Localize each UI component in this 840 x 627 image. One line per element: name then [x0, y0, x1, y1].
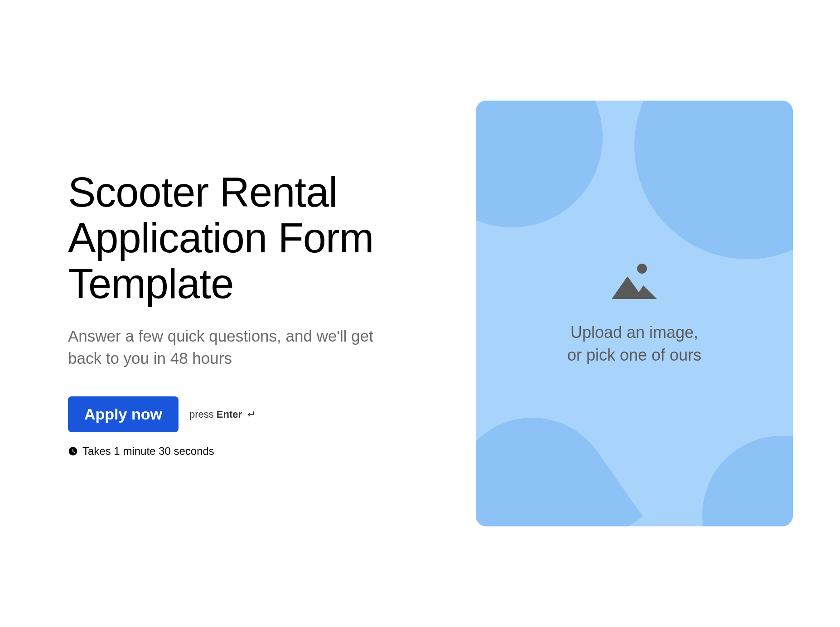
image-placeholder-icon: [609, 260, 659, 303]
decorative-shape: [476, 386, 643, 526]
apply-now-button[interactable]: Apply now: [68, 396, 179, 432]
upload-line1: Upload an image,: [567, 321, 701, 344]
page-title: Scooter Rental Application Form Template: [68, 169, 408, 307]
svg-point-1: [637, 264, 647, 274]
form-intro-container: Scooter Rental Application Form Template…: [0, 101, 840, 526]
upload-line2: or pick one of ours: [567, 344, 701, 367]
image-upload-area[interactable]: Upload an image, or pick one of ours: [476, 101, 793, 526]
upload-content: Upload an image, or pick one of ours: [567, 260, 701, 367]
page-subheading: Answer a few quick questions, and we'll …: [68, 325, 408, 369]
decorative-circle: [476, 101, 603, 227]
time-estimate-text: Takes 1 minute 30 seconds: [82, 445, 214, 458]
cta-row: Apply now press Enter ↵: [68, 396, 408, 432]
hint-prefix: press: [189, 409, 217, 420]
decorative-circle: [702, 436, 793, 526]
keyboard-hint: press Enter ↵: [189, 409, 256, 420]
enter-key-icon: ↵: [247, 409, 256, 420]
decorative-circle: [634, 101, 793, 259]
upload-prompt-text: Upload an image, or pick one of ours: [567, 321, 701, 367]
hint-key: Enter: [217, 409, 242, 420]
left-content: Scooter Rental Application Form Template…: [45, 169, 408, 458]
time-estimate-row: Takes 1 minute 30 seconds: [68, 445, 408, 458]
clock-icon: [68, 446, 78, 456]
